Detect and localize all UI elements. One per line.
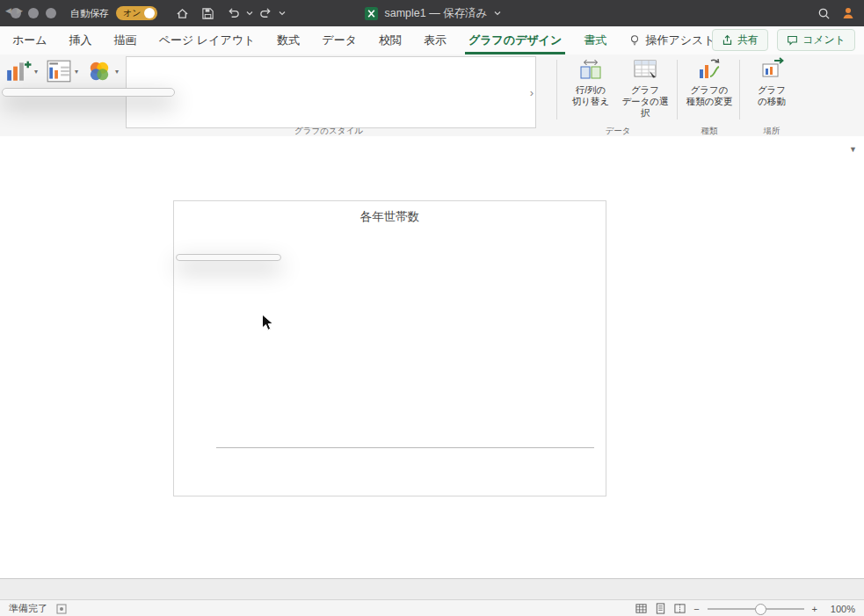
select-data-icon xyxy=(633,57,657,82)
toolbar-dropdown-icon[interactable] xyxy=(279,10,286,17)
zoom-level-label[interactable]: 100% xyxy=(825,604,855,614)
titlebar: 自動保存 オン sample1 — 保存済み xyxy=(0,0,864,27)
share-button[interactable]: 共有 xyxy=(712,29,768,51)
quick-layout-icon xyxy=(46,58,72,84)
excel-app-icon xyxy=(364,6,379,21)
assist-bulb-icon xyxy=(628,34,641,47)
save-icon[interactable] xyxy=(201,7,214,20)
normal-view-icon[interactable] xyxy=(635,603,647,614)
ribbon-tab-ホーム[interactable]: ホーム xyxy=(12,26,47,54)
redo-icon[interactable] xyxy=(259,7,272,20)
comments-button[interactable]: コメント xyxy=(777,29,855,51)
change-colors-button[interactable]: ▾ xyxy=(86,58,119,84)
sheet-tab-bar xyxy=(0,578,864,599)
undo-icon[interactable] xyxy=(227,7,240,20)
ribbon-tab-挿入[interactable]: 挿入 xyxy=(69,26,92,54)
autosave-label: 自動保存 xyxy=(70,7,109,20)
change-colors-icon xyxy=(86,58,113,84)
comment-icon xyxy=(787,34,798,46)
macro-record-icon[interactable] xyxy=(56,604,67,614)
add-chart-element-icon xyxy=(5,58,32,84)
zoom-slider[interactable] xyxy=(708,608,804,610)
zoom-out-button[interactable]: − xyxy=(693,604,699,614)
quick-layout-button[interactable]: ▾ xyxy=(46,58,78,84)
ribbon-tab-数式[interactable]: 数式 xyxy=(277,26,300,54)
select-data-label: グラフデータの選択 xyxy=(618,84,672,119)
ribbon-tab-label: 書式 xyxy=(584,33,606,48)
ribbon-tab-label: ページ レイアウト xyxy=(159,33,256,48)
ribbon-tab-label: 数式 xyxy=(277,33,300,48)
title-dropdown-icon[interactable] xyxy=(494,10,501,17)
zoom-window-button[interactable] xyxy=(46,8,56,18)
page-break-view-icon[interactable] xyxy=(674,603,686,614)
minimize-window-button[interactable] xyxy=(28,8,39,18)
ribbon-tab-label: 表示 xyxy=(424,33,447,48)
change-chart-type-icon xyxy=(697,57,722,82)
add-chart-element-button[interactable]: ▾ xyxy=(5,58,38,84)
gallery-scroll-right-icon[interactable]: › xyxy=(530,57,534,127)
switch-row-column-button[interactable]: 行/列の切り替え xyxy=(563,57,618,107)
chart-title[interactable]: 各年世帯数 xyxy=(174,209,606,225)
ribbon-tab-label: 校閲 xyxy=(379,33,402,48)
sheet-tab-scroll-left-icon[interactable]: ◀ xyxy=(5,6,11,15)
add-chart-element-menu xyxy=(2,88,175,97)
select-data-button[interactable]: グラフデータの選択 xyxy=(618,57,672,119)
ribbon-tab-表示[interactable]: 表示 xyxy=(424,26,447,54)
undo-dropdown-icon[interactable] xyxy=(246,10,253,17)
zoom-in-button[interactable]: + xyxy=(812,604,817,614)
autosave-toggle[interactable]: オン xyxy=(116,6,157,20)
ribbon-tab-label: 挿入 xyxy=(69,33,92,48)
ribbon-tab-label: グラフのデザイン xyxy=(468,33,562,48)
ready-status-label: 準備完了 xyxy=(9,602,47,615)
home-icon[interactable] xyxy=(176,7,189,20)
share-person-icon[interactable] xyxy=(841,6,855,20)
chart-plot-area[interactable] xyxy=(216,236,594,448)
zoom-slider-knob[interactable] xyxy=(755,604,766,615)
ribbon-tab-label: 操作アシスト xyxy=(645,33,715,48)
formula-bar-collapse-icon[interactable]: ▼ xyxy=(849,145,857,154)
ribbon-tab-描画[interactable]: 描画 xyxy=(114,26,137,54)
change-chart-type-label: グラフの種類の変更 xyxy=(686,84,733,107)
change-chart-type-button[interactable]: グラフの種類の変更 xyxy=(682,57,737,107)
ribbon-tab-グラフのデザイン[interactable]: グラフのデザイン xyxy=(468,26,562,54)
sheet-tab-scroll-right-icon[interactable]: ▶ xyxy=(17,6,23,15)
share-icon xyxy=(722,34,733,46)
ribbon-tab-ページ レイアウト[interactable]: ページ レイアウト xyxy=(159,26,256,54)
ribbon-tab-校閲[interactable]: 校閲 xyxy=(379,26,402,54)
ribbon-tab-label: ホーム xyxy=(12,33,47,48)
excel-window: 自動保存 オン sample1 — 保存済み ホーム挿入描画ページ レイアウト数… xyxy=(0,0,864,616)
share-button-label: 共有 xyxy=(737,33,759,47)
page-layout-view-icon[interactable] xyxy=(655,603,666,614)
search-icon[interactable] xyxy=(817,7,831,20)
chart-styles-gallery: › xyxy=(126,56,536,128)
status-bar: 準備完了 − + 100% xyxy=(0,599,864,616)
lines-submenu xyxy=(176,254,281,261)
toggle-knob xyxy=(144,8,155,18)
comments-button-label: コメント xyxy=(802,33,846,47)
switch-row-column-label: 行/列の切り替え xyxy=(572,84,610,107)
chart-object[interactable]: 各年世帯数 xyxy=(173,200,606,496)
ribbon-tab-label: データ xyxy=(322,33,357,48)
formula-bar[interactable]: ▼ xyxy=(0,136,864,163)
ribbon-tab-書式[interactable]: 書式 xyxy=(584,26,606,54)
move-chart-icon xyxy=(759,57,784,82)
switch-row-column-icon xyxy=(578,57,603,82)
ribbon-tab-label: 描画 xyxy=(114,33,137,48)
move-chart-button[interactable]: グラフの移動 xyxy=(744,57,799,107)
ribbon-tab-操作アシスト[interactable]: 操作アシスト xyxy=(628,26,715,54)
ribbon-tab-データ[interactable]: データ xyxy=(322,26,357,54)
document-title: sample1 — 保存済み xyxy=(385,6,488,21)
move-chart-label: グラフの移動 xyxy=(758,84,786,107)
autosave-state-label: オン xyxy=(123,7,141,19)
